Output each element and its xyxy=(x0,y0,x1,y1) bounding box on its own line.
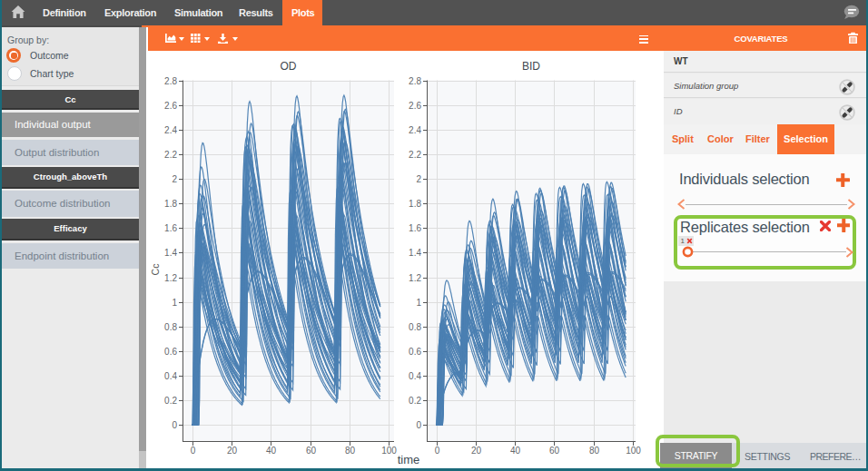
svg-text:2.8: 2.8 xyxy=(164,76,177,86)
svg-text:40: 40 xyxy=(266,446,277,456)
svg-text:1.8: 1.8 xyxy=(409,199,421,209)
svg-text:0.4: 0.4 xyxy=(164,371,177,381)
svg-text:60: 60 xyxy=(306,446,317,456)
svg-text:40: 40 xyxy=(510,446,521,456)
svg-text:0: 0 xyxy=(435,446,440,456)
svg-text:1.4: 1.4 xyxy=(164,248,177,258)
svg-text:0: 0 xyxy=(191,446,196,456)
svg-text:BID: BID xyxy=(522,60,540,73)
svg-text:2.4: 2.4 xyxy=(409,125,421,135)
svg-text:0.6: 0.6 xyxy=(409,347,421,357)
svg-text:1.6: 1.6 xyxy=(409,223,421,233)
svg-text:0.8: 0.8 xyxy=(164,322,177,332)
svg-text:1.8: 1.8 xyxy=(164,199,177,209)
svg-text:80: 80 xyxy=(345,446,356,456)
svg-text:2: 2 xyxy=(416,174,421,184)
svg-text:1.2: 1.2 xyxy=(409,273,421,283)
svg-text:2.6: 2.6 xyxy=(164,101,177,111)
svg-text:20: 20 xyxy=(471,446,482,456)
svg-text:1.4: 1.4 xyxy=(409,248,421,258)
svg-text:0.2: 0.2 xyxy=(164,396,177,406)
svg-text:0: 0 xyxy=(416,420,421,430)
svg-text:2.8: 2.8 xyxy=(409,76,421,86)
svg-text:2.6: 2.6 xyxy=(409,101,421,111)
svg-text:2: 2 xyxy=(172,174,177,184)
svg-text:0.8: 0.8 xyxy=(409,322,421,332)
svg-text:2.4: 2.4 xyxy=(164,125,177,135)
svg-text:20: 20 xyxy=(227,446,238,456)
svg-text:0.6: 0.6 xyxy=(164,347,177,357)
svg-text:1.2: 1.2 xyxy=(164,273,177,283)
svg-text:2.2: 2.2 xyxy=(164,150,177,160)
svg-text:80: 80 xyxy=(589,446,600,456)
svg-text:100: 100 xyxy=(381,446,397,456)
svg-text:0.4: 0.4 xyxy=(409,371,421,381)
svg-text:0.2: 0.2 xyxy=(409,396,421,406)
svg-text:2.2: 2.2 xyxy=(409,150,421,160)
svg-text:1: 1 xyxy=(416,298,421,308)
svg-text:0: 0 xyxy=(172,420,177,430)
svg-text:100: 100 xyxy=(626,446,641,456)
svg-text:60: 60 xyxy=(549,446,560,456)
svg-text:OD: OD xyxy=(281,60,297,73)
svg-text:1: 1 xyxy=(172,298,177,308)
svg-text:time: time xyxy=(398,453,420,466)
svg-text:Cc: Cc xyxy=(150,264,161,276)
svg-text:1.6: 1.6 xyxy=(164,223,177,233)
